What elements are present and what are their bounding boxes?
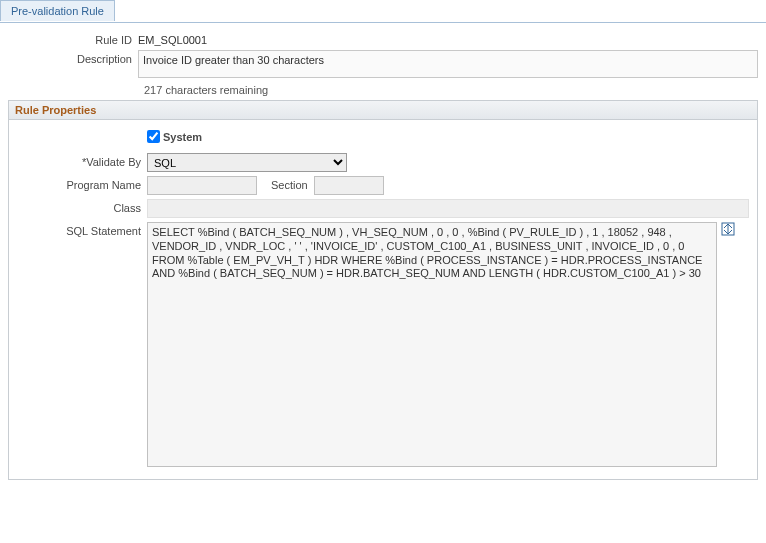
tab-bar: Pre-validation Rule xyxy=(0,0,766,23)
sql-statement-textarea[interactable] xyxy=(147,222,717,467)
tab-prevalidation-rule[interactable]: Pre-validation Rule xyxy=(0,0,115,21)
label-description: Description xyxy=(8,50,138,65)
label-system: System xyxy=(163,131,202,143)
validate-by-select[interactable]: SQL xyxy=(147,153,347,172)
label-program-name: Program Name xyxy=(17,176,147,191)
label-class: Class xyxy=(17,199,147,214)
label-section: Section xyxy=(257,176,314,191)
form-area: Rule ID EM_SQL0001 Description 217 chara… xyxy=(0,23,766,484)
class-input[interactable] xyxy=(147,199,749,218)
label-sql-statement: SQL Statement xyxy=(17,222,147,237)
section-input[interactable] xyxy=(314,176,384,195)
program-name-input[interactable] xyxy=(147,176,257,195)
description-remaining: 217 characters remaining xyxy=(144,82,758,100)
label-rule-id: Rule ID xyxy=(8,31,138,46)
system-checkbox[interactable] xyxy=(147,130,160,143)
expand-icon[interactable] xyxy=(721,222,735,236)
section-header-rule-properties: Rule Properties xyxy=(8,100,758,120)
value-rule-id: EM_SQL0001 xyxy=(138,31,207,46)
description-input[interactable] xyxy=(138,50,758,78)
section-body-rule-properties: System *Validate By SQL Program Name Sec… xyxy=(8,120,758,480)
label-validate-by: *Validate By xyxy=(17,153,147,168)
